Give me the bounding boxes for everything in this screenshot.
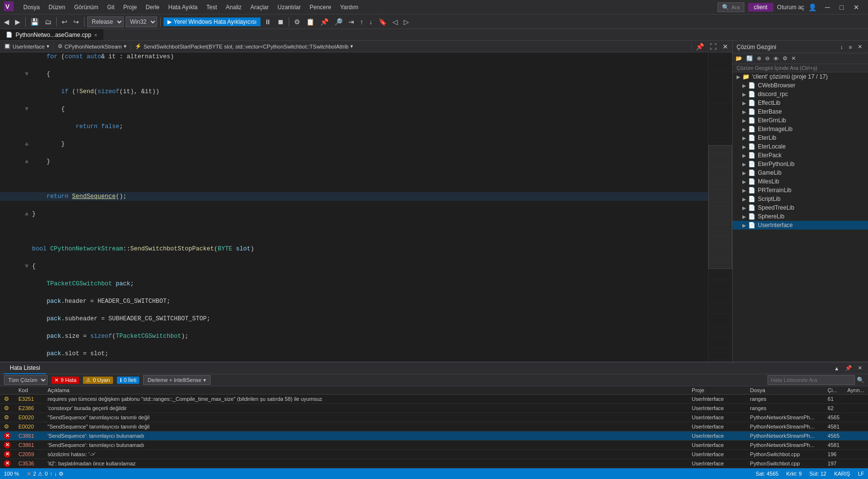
table-row[interactable]: ⚙ E0020 "SendSequence" tanımlayıcısı tan…: [0, 413, 868, 422]
fold-9[interactable]: [23, 192, 30, 201]
bottom-panel-up-btn[interactable]: ▲: [832, 364, 841, 372]
status-nav-down-icon[interactable]: ↓: [54, 471, 57, 477]
menu-dosya[interactable]: Dosya: [19, 2, 44, 13]
th-detail[interactable]: Ayrın...: [843, 386, 868, 395]
table-row[interactable]: ✕ C3861 'SendSequence': tanımlayıcı bulu…: [0, 441, 868, 450]
method-dropdown[interactable]: ⚡ SendSwitchbotStartPacket(BYTE slot, st…: [131, 42, 692, 50]
sidebar-toolbar-btn2[interactable]: 🔄: [744, 54, 755, 63]
menu-duzen[interactable]: Düzen: [45, 2, 69, 13]
sidebar-item-eterlocale[interactable]: ▶📄EterLocale: [733, 142, 868, 151]
code-pre[interactable]: for (const auto& it : alternatives) ▼ { …: [0, 52, 708, 362]
menu-gorunum[interactable]: Görünüm: [70, 2, 102, 13]
toolbar-btn-10[interactable]: ▷: [402, 17, 411, 27]
toolbar-btn-8[interactable]: 🔖: [377, 17, 389, 27]
menu-pencere[interactable]: Pencere: [306, 2, 335, 13]
toolbar-btn-9[interactable]: ◁: [391, 17, 400, 27]
menu-git[interactable]: Git: [103, 2, 118, 13]
table-row[interactable]: ✕ C3536 'it2': başlatılmadan önce kullan…: [0, 459, 868, 468]
sidebar-item-userinterface[interactable]: ▶📄UserInterface: [733, 221, 868, 230]
redo-btn[interactable]: ↪: [71, 17, 81, 27]
toolbar-btn-2[interactable]: 📋: [304, 17, 316, 27]
sidebar-item-prterrainlib[interactable]: ▶📄PRTerrainLib: [733, 186, 868, 195]
sidebar-item-eterbase[interactable]: ▶📄EterBase: [733, 107, 868, 116]
status-errors[interactable]: ✕ 2 ⚠ 0 ↑ ↓ ⚙: [27, 471, 64, 477]
status-nav-up-icon[interactable]: ↑: [49, 471, 52, 477]
sidebar-item-eterpythonlib[interactable]: ▶📄EterPythonLib: [733, 160, 868, 168]
minimap[interactable]: [708, 52, 732, 362]
menu-test[interactable]: Test: [202, 2, 221, 13]
table-row[interactable]: ⚙ E0020 "SendSequence" tanımlayıcısı tan…: [0, 422, 868, 431]
pause-btn[interactable]: ⏸: [262, 17, 273, 27]
scope-filter-dropdown[interactable]: Tüm Çözüm: [4, 375, 48, 385]
menu-uzantilar[interactable]: Uzantılar: [274, 2, 305, 13]
minimize-btn[interactable]: ─: [820, 1, 835, 13]
sidebar-toolbar-btn7[interactable]: ✕: [789, 54, 798, 63]
fold-18[interactable]: [23, 349, 30, 358]
fold-5[interactable]: [23, 122, 30, 131]
fold-1[interactable]: [23, 52, 30, 61]
sidebar-item-gamelib[interactable]: ▶📄GameLib: [733, 168, 868, 177]
th-line[interactable]: Çi...: [824, 386, 843, 395]
sidebar-item-eterlib[interactable]: ▶📄EterLib: [733, 133, 868, 142]
sidebar-item-eterimagelib[interactable]: ▶📄EterImageLib: [733, 125, 868, 133]
info-badge[interactable]: ℹ 0 İleti: [117, 377, 139, 384]
redo-fwd-btn[interactable]: ▶: [13, 17, 22, 27]
platform-dropdown[interactable]: Win32 x64: [126, 17, 157, 27]
maximize-btn[interactable]: □: [835, 1, 849, 13]
sidebar-toolbar-btn4[interactable]: ⊖: [763, 54, 771, 63]
save-all-btn[interactable]: 🗂: [43, 17, 53, 27]
fold-4[interactable]: ▼: [23, 105, 30, 114]
tab-close-btn[interactable]: ×: [94, 32, 97, 38]
fold-6[interactable]: ▲: [23, 140, 30, 149]
minimap-viewport[interactable]: [708, 145, 732, 269]
tab-pythonnetwork[interactable]: 📄 PythonNetwo...aseGame.cpp ×: [0, 29, 104, 40]
fold-14[interactable]: [23, 280, 30, 288]
editor-main[interactable]: for (const auto& it : alternatives) ▼ { …: [0, 52, 708, 362]
close-editor-btn[interactable]: ✕: [721, 42, 730, 51]
fold-2[interactable]: ▼: [23, 70, 30, 79]
expand-btn[interactable]: ⛶: [708, 42, 719, 51]
sidebar-item-discord_rpc[interactable]: ▶📄discord_rpc: [733, 90, 868, 99]
sidebar-item-eterpack[interactable]: ▶📄EterPack: [733, 151, 868, 160]
table-row[interactable]: ✕ C2059 sözdizimi hatası: '->' UserInter…: [0, 450, 868, 459]
table-row[interactable]: ✕ C2678 ikili '==': 'std::_Tree_iterator…: [0, 468, 868, 469]
fold-12[interactable]: [23, 245, 30, 253]
menu-yardim[interactable]: Yardım: [336, 2, 362, 13]
sidebar-prop-btn[interactable]: ≡: [847, 43, 854, 51]
sidebar-item-cwebbrowser[interactable]: ▶📄CWebBrowser: [733, 81, 868, 90]
undo-back-btn[interactable]: ◀: [2, 17, 11, 27]
fold-7[interactable]: ▲: [23, 157, 30, 166]
th-file[interactable]: Dosya: [746, 386, 824, 395]
fold-11[interactable]: [23, 227, 30, 236]
error-list-tab[interactable]: Hata Listesi: [4, 363, 46, 374]
toolbar-btn-4[interactable]: 🔎: [332, 17, 344, 27]
toolbar-btn-6[interactable]: ↑: [358, 17, 365, 27]
sidebar-toolbar-btn1[interactable]: 📂: [734, 54, 744, 63]
stop-btn[interactable]: ⏹: [275, 17, 286, 27]
run-debugger-btn[interactable]: ▶ Yerel Windows Hata Ayıklayıcısı: [164, 17, 261, 26]
status-settings-icon[interactable]: ⚙: [59, 471, 64, 477]
fold-10[interactable]: ▲: [23, 210, 30, 218]
bottom-panel-pin-btn[interactable]: 📌: [843, 364, 854, 372]
sidebar-item-etergrnlib[interactable]: ▶📄EterGrnLib: [733, 116, 868, 125]
toolbar-btn-5[interactable]: ⇥: [346, 17, 356, 27]
sidebar-toolbar-btn5[interactable]: 👁: [771, 55, 781, 63]
pin-btn[interactable]: 📌: [694, 42, 706, 51]
menu-proje[interactable]: Proje: [119, 2, 141, 13]
th-desc[interactable]: Açıklama: [44, 386, 688, 395]
close-btn[interactable]: ✕: [849, 1, 864, 13]
toolbar-btn-3[interactable]: 📌: [318, 17, 330, 27]
sidebar-item-speedtreelib[interactable]: ▶📄SpeedTreeLib: [733, 203, 868, 212]
th-code[interactable]: Kod: [15, 386, 44, 395]
errors-badge[interactable]: ✕ 9 Hata: [51, 377, 79, 384]
fold-3[interactable]: [23, 87, 30, 96]
fold-13[interactable]: ▼: [23, 262, 30, 271]
build-filter-dropdown[interactable]: Derleme + IntelliSense ▾: [143, 375, 211, 385]
fold-15[interactable]: [23, 297, 30, 306]
config-dropdown[interactable]: Release Debug: [87, 17, 124, 27]
table-row[interactable]: ⚙ E3251 requires yan tümcesi değişken şa…: [0, 395, 868, 404]
toolbar-btn-1[interactable]: ⚙: [292, 17, 302, 27]
sidebar-item-scriptlib[interactable]: ▶📄ScriptLib: [733, 195, 868, 203]
th-project[interactable]: Proje: [688, 386, 746, 395]
sidebar-item-effectlib[interactable]: ▶📄EffectLib: [733, 99, 868, 107]
